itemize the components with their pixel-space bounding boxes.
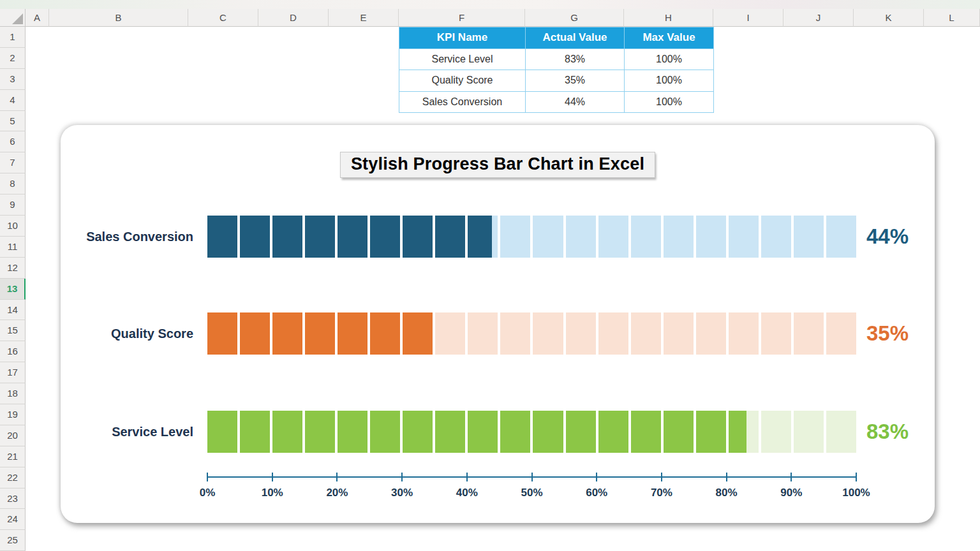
kpi-table-cell[interactable]: 83% (526, 48, 625, 70)
bar-segment-filled (338, 411, 368, 453)
row-header-16[interactable]: 16 (0, 341, 26, 362)
bar-segment-empty (761, 312, 791, 355)
row-header-7[interactable]: 7 (0, 152, 26, 173)
ribbon-bottom-strip (0, 0, 980, 10)
column-header-G[interactable]: G (525, 9, 624, 27)
chart-row-quality-score: Quality Score35% (61, 312, 935, 355)
column-header-K[interactable]: K (854, 9, 924, 27)
column-header-E[interactable]: E (329, 9, 399, 27)
row-header-21[interactable]: 21 (0, 446, 26, 467)
axis-tick-label: 40% (456, 487, 478, 499)
bar-segment-empty (794, 216, 824, 258)
progress-bar-chart[interactable]: Stylish Progress Bar Chart in Excel Sale… (61, 125, 935, 523)
column-header-H[interactable]: H (624, 9, 713, 27)
kpi-table-header[interactable]: Max Value (625, 27, 714, 49)
bar-segment-filled (240, 411, 270, 453)
row-header-23[interactable]: 23 (0, 489, 26, 510)
row-header-3[interactable]: 3 (0, 69, 26, 90)
row-header-9[interactable]: 9 (0, 195, 26, 216)
bar-segment-filled (370, 312, 400, 355)
row-header-8[interactable]: 8 (0, 173, 26, 195)
bar-segment-empty (696, 312, 726, 355)
axis-tick (661, 473, 662, 481)
row-header-5[interactable]: 5 (0, 111, 26, 132)
row-header-1[interactable]: 1 (0, 27, 26, 48)
bar-segment-filled (468, 411, 498, 453)
bar-segment-empty (566, 312, 596, 355)
bar-segment-empty (435, 312, 465, 355)
kpi-table-cell[interactable]: 44% (526, 91, 625, 113)
bar-segment-filled (533, 411, 563, 453)
kpi-table-cell[interactable]: Quality Score (399, 70, 526, 92)
bar-segment-filled (305, 312, 335, 355)
row-header-17[interactable]: 17 (0, 362, 26, 383)
chart-row-sales-conversion: Sales Conversion44% (61, 216, 935, 258)
row-header-13[interactable]: 13 (0, 279, 26, 300)
kpi-table-cell[interactable]: Sales Conversion (399, 91, 526, 113)
x-axis: 0%10%20%30%40%50%60%70%80%90%100% (207, 473, 856, 504)
column-header-J[interactable]: J (783, 9, 854, 27)
bar-segment-filled (240, 312, 270, 355)
select-all-button[interactable] (0, 9, 26, 27)
bar-segment-empty (631, 216, 661, 258)
bar-segment-filled (207, 312, 237, 355)
category-label: Sales Conversion (61, 230, 207, 244)
column-header-B[interactable]: B (49, 9, 188, 27)
select-all-icon (12, 13, 23, 24)
row-header-12[interactable]: 12 (0, 258, 26, 279)
bar-segment-filled (435, 216, 465, 258)
column-header-I[interactable]: I (713, 9, 783, 27)
bar-segment-filled (500, 411, 530, 453)
bar-segment-empty (729, 312, 759, 355)
bar-segment-filled (598, 411, 628, 453)
bar-segment-empty (598, 216, 628, 258)
row-headers: 1234567891011121314151617181920212223242… (0, 27, 26, 551)
bar-segment-empty (826, 411, 856, 453)
axis-tick (531, 473, 533, 481)
row-header-22[interactable]: 22 (0, 467, 26, 489)
kpi-table-cell[interactable]: 100% (625, 91, 714, 113)
column-header-D[interactable]: D (258, 9, 329, 27)
row-header-10[interactable]: 10 (0, 216, 26, 237)
bar-segment-empty (794, 312, 824, 355)
column-header-L[interactable]: L (924, 9, 980, 27)
kpi-table-cell[interactable]: 100% (625, 48, 714, 70)
row-header-2[interactable]: 2 (0, 48, 26, 69)
row-header-6[interactable]: 6 (0, 131, 26, 152)
row-header-4[interactable]: 4 (0, 90, 26, 111)
row-header-15[interactable]: 15 (0, 320, 26, 341)
axis-tick (596, 473, 597, 481)
bar-segment-empty (533, 216, 563, 258)
kpi-table-header[interactable]: KPI Name (399, 27, 526, 49)
column-header-C[interactable]: C (188, 9, 258, 27)
bar-segment-filled (370, 216, 400, 258)
bar-segment-empty (468, 312, 498, 355)
bar-segment-filled (338, 312, 368, 355)
bar-segment-filled (207, 216, 237, 258)
kpi-table-cell[interactable]: 35% (526, 70, 625, 92)
axis-tick (726, 473, 727, 481)
row-header-18[interactable]: 18 (0, 383, 26, 404)
bar-segment-empty (826, 312, 856, 355)
category-label: Service Level (61, 425, 207, 439)
row-header-25[interactable]: 25 (0, 530, 26, 551)
kpi-table-cell[interactable]: 100% (625, 70, 714, 92)
column-header-F[interactable]: F (399, 9, 525, 27)
bar-segment-filled (272, 411, 302, 453)
axis-tick (856, 473, 857, 481)
axis-tick-label: 90% (780, 487, 802, 499)
kpi-table-row: Sales Conversion44%100% (399, 91, 714, 113)
kpi-table-header[interactable]: Actual Value (526, 27, 625, 49)
axis-tick (336, 473, 338, 481)
bar-segment-filled (272, 312, 302, 355)
row-header-24[interactable]: 24 (0, 509, 26, 530)
row-header-11[interactable]: 11 (0, 237, 26, 258)
axis-tick (207, 473, 208, 481)
kpi-table-cell[interactable]: Service Level (399, 48, 526, 70)
row-header-14[interactable]: 14 (0, 300, 26, 321)
bar-segment-empty (826, 216, 856, 258)
column-header-A[interactable]: A (26, 9, 49, 27)
row-header-20[interactable]: 20 (0, 425, 26, 446)
row-header-19[interactable]: 19 (0, 404, 26, 425)
category-label: Quality Score (61, 327, 207, 341)
